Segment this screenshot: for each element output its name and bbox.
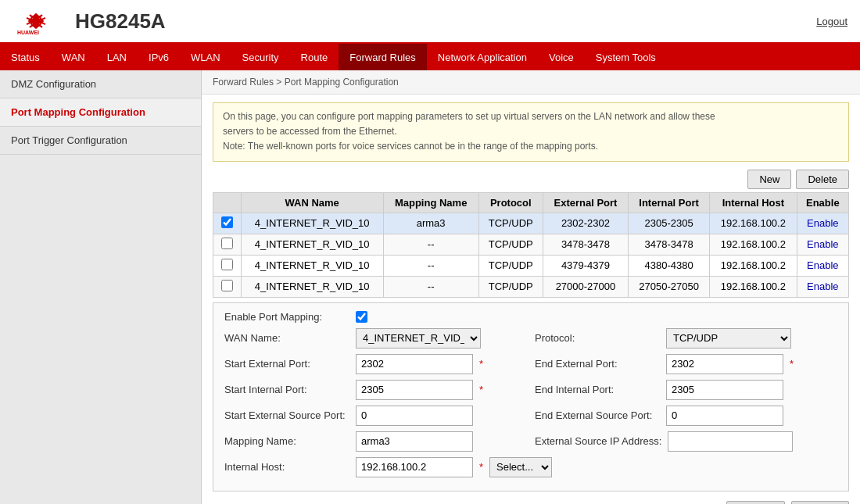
row-wan: 4_INTERNET_R_VID_10 (241, 213, 383, 234)
row-int-host: 192.168.100.2 (710, 276, 797, 297)
form-actions: Apply Cancel (202, 496, 860, 504)
form-pair-mapping-name: Mapping Name: (224, 431, 527, 452)
col-mapping-name: Mapping Name (383, 192, 478, 213)
row-protocol: TCP/UDP (478, 276, 543, 297)
header: HUAWEI HG8245A Logout (0, 0, 860, 44)
table-row[interactable]: 4_INTERNET_R_VID_10 -- TCP/UDP 27000-270… (213, 276, 849, 297)
row-mapping: -- (383, 276, 478, 297)
row-int-host: 192.168.100.2 (710, 213, 797, 234)
svg-text:HUAWEI: HUAWEI (17, 30, 39, 35)
table-row[interactable]: 4_INTERNET_R_VID_10 arma3 TCP/UDP 2302-2… (213, 213, 849, 234)
row-checkbox[interactable] (221, 280, 233, 291)
start-int-port-input[interactable] (356, 380, 473, 400)
breadcrumb: Forward Rules > Port Mapping Configurati… (202, 70, 860, 95)
nav-status[interactable]: Status (0, 44, 51, 70)
start-int-required: * (479, 384, 483, 395)
host-select[interactable]: Select... (489, 457, 552, 477)
row-wan: 4_INTERNET_R_VID_10 (241, 276, 383, 297)
nav-wlan[interactable]: WLAN (180, 44, 231, 70)
ext-src-ip-label: External Source IP Address: (535, 435, 661, 447)
start-ext-port-label: Start External Port: (224, 358, 349, 370)
enable-port-mapping-checkbox[interactable] (356, 311, 367, 323)
main-content: Forward Rules > Port Mapping Configurati… (202, 70, 860, 504)
row-wan: 4_INTERNET_R_VID_10 (241, 234, 383, 255)
col-int-host: Internal Host (710, 192, 797, 213)
row-int-port: 2305-2305 (628, 213, 709, 234)
start-ext-src-input[interactable] (356, 406, 473, 426)
ext-src-ip-input[interactable] (668, 431, 793, 452)
end-ext-port-input[interactable] (666, 354, 783, 374)
end-ext-src-input[interactable] (666, 406, 783, 426)
row-int-port: 27050-27050 (628, 276, 709, 297)
port-mapping-table: WAN Name Mapping Name Protocol External … (213, 192, 849, 298)
nav-voice[interactable]: Voice (538, 44, 585, 70)
table-row[interactable]: 4_INTERNET_R_VID_10 -- TCP/UDP 3478-3478… (213, 234, 849, 255)
end-int-port-input[interactable] (666, 380, 783, 400)
nav-route[interactable]: Route (290, 44, 339, 70)
form-row-internal-host: Internal Host: * Select... (224, 457, 837, 477)
nav-ipv6[interactable]: IPv6 (138, 44, 180, 70)
form-row-int-ports: Start Internal Port: * End Internal Port… (224, 380, 837, 400)
cancel-button[interactable]: Cancel (791, 501, 849, 504)
enable-port-mapping-label: Enable Port Mapping: (224, 311, 349, 323)
row-protocol: TCP/UDP (478, 234, 543, 255)
nav-security[interactable]: Security (231, 44, 290, 70)
row-ext-port: 3478-3478 (543, 234, 628, 255)
form-pair-start-src: Start External Source Port: (224, 406, 527, 426)
nav-network-application[interactable]: Network Application (427, 44, 538, 70)
mapping-name-label: Mapping Name: (224, 435, 349, 447)
enable-link[interactable]: Enable (807, 217, 838, 229)
row-int-port: 3478-3478 (628, 234, 709, 255)
nav-lan[interactable]: LAN (96, 44, 138, 70)
enable-link[interactable]: Enable (807, 281, 838, 292)
enable-link[interactable]: Enable (807, 259, 838, 271)
product-name: HG8245A (75, 9, 166, 34)
row-mapping: -- (383, 255, 478, 276)
row-ext-port: 4379-4379 (543, 255, 628, 276)
row-checkbox[interactable] (221, 259, 233, 270)
form-pair-ext-src-ip: External Source IP Address: (535, 431, 837, 452)
table-row[interactable]: 4_INTERNET_R_VID_10 -- TCP/UDP 4379-4379… (213, 255, 849, 276)
row-checkbox[interactable] (221, 216, 233, 228)
logo-area: HUAWEI HG8245A (13, 5, 166, 37)
sidebar-item-port-mapping[interactable]: Port Mapping Configuration (0, 98, 201, 127)
form-pair-start-ext: Start External Port: * (224, 354, 527, 374)
row-int-host: 192.168.100.2 (710, 255, 797, 276)
enable-link[interactable]: Enable (807, 238, 838, 250)
row-int-host: 192.168.100.2 (710, 234, 797, 255)
protocol-select[interactable]: TCP/UDP TCP UDP (666, 328, 791, 349)
info-box: On this page, you can configure port map… (213, 102, 849, 162)
start-ext-port-input[interactable] (356, 354, 473, 374)
wan-name-select[interactable]: 4_INTERNET_R_VID_10 (356, 328, 481, 349)
huawei-logo: HUAWEI (13, 5, 59, 37)
row-mapping: -- (383, 234, 478, 255)
main-nav: Status WAN LAN IPv6 WLAN Security Route … (0, 44, 860, 70)
host-required: * (479, 461, 483, 473)
row-checkbox[interactable] (221, 238, 233, 249)
row-ext-port: 27000-27000 (543, 276, 628, 297)
form-row-wan-protocol: WAN Name: 4_INTERNET_R_VID_10 Protocol: … (224, 328, 837, 349)
col-int-port: Internal Port (628, 192, 709, 213)
col-enable: Enable (797, 192, 848, 213)
row-protocol: TCP/UDP (478, 255, 543, 276)
nav-wan[interactable]: WAN (51, 44, 96, 70)
delete-button[interactable]: Delete (796, 170, 849, 189)
internal-host-input[interactable] (356, 457, 473, 477)
logout-button[interactable]: Logout (816, 16, 847, 27)
end-ext-src-label: End External Source Port: (535, 409, 660, 421)
form-pair-start-int: Start Internal Port: * (224, 380, 527, 400)
end-int-port-label: End Internal Port: (535, 384, 660, 395)
form-pair-enable: Enable Port Mapping: (224, 311, 527, 323)
sidebar-item-port-trigger[interactable]: Port Trigger Configuration (0, 127, 201, 155)
apply-button[interactable]: Apply (726, 501, 785, 504)
start-ext-src-label: Start External Source Port: (224, 409, 349, 421)
nav-system-tools[interactable]: System Tools (585, 44, 667, 70)
end-ext-required: * (790, 358, 794, 370)
mapping-name-input[interactable] (356, 431, 473, 452)
col-protocol: Protocol (478, 192, 543, 213)
sidebar-item-dmz[interactable]: DMZ Configuration (0, 70, 201, 98)
nav-forward-rules[interactable]: Forward Rules (339, 44, 427, 70)
form-row-src-ports: Start External Source Port: End External… (224, 406, 837, 426)
row-protocol: TCP/UDP (478, 213, 543, 234)
new-button[interactable]: New (747, 170, 791, 189)
